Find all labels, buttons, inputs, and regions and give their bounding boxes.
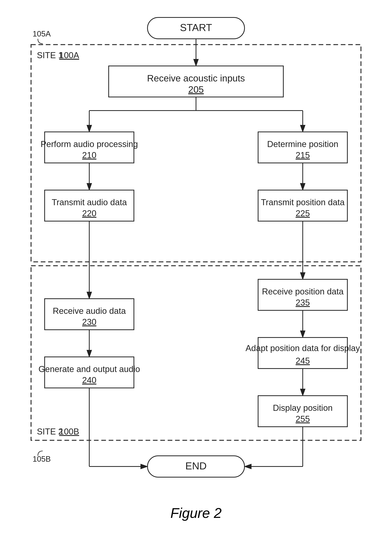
figure-caption: Figure 2 [170,505,222,521]
node-210-label: Perform audio processing [40,139,138,149]
node-245-ref: 245 [296,356,310,365]
end-label: END [185,460,207,471]
ref-105B: 105B [33,455,51,463]
node-220-label: Transmit audio data [52,197,127,207]
node-225-label: Transmit position data [261,197,345,207]
node-210-ref: 210 [82,150,96,160]
node-255-label: Display position [273,403,333,413]
node-235-ref: 235 [296,298,310,307]
site2-ref: 100B [59,427,79,436]
node-230-ref: 230 [82,317,96,327]
node-245-label: Adapt position data for display [246,343,360,353]
node-215-label: Determine position [267,139,338,149]
site1-ref: 100A [59,50,79,60]
node-240-ref: 240 [82,375,96,385]
node-220-ref: 220 [82,209,96,218]
node-205-label: Receive acoustic inputs [147,73,245,83]
node-235-label: Receive position data [262,287,344,296]
node-205-ref: 205 [188,84,204,95]
start-label: START [180,22,212,33]
node-225-ref: 225 [296,209,310,218]
node-255-ref: 255 [296,414,310,424]
node-230-label: Receive audio data [53,306,126,315]
ref-105A: 105A [33,30,51,38]
diagram-container: SITE 1 100A 105A SITE 2 100B 105B START … [15,12,377,497]
node-215-ref: 215 [296,150,310,160]
node-240-label: Generate and output audio [38,364,140,374]
